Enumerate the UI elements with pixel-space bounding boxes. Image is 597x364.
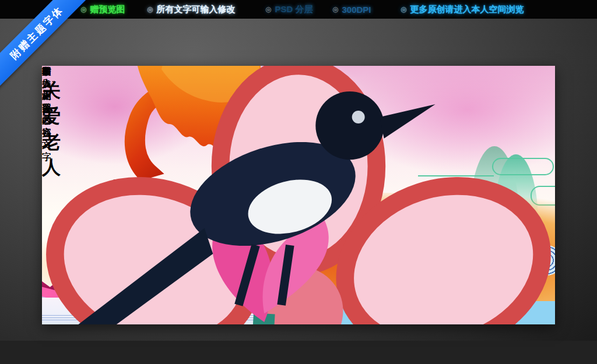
promo-item-editable-text: ◎ 所有文字可输入修改 [147,3,235,15]
promo-item-300dpi: ◎ 300DPI [332,3,371,15]
promo-label: 300DPI [342,5,371,15]
corner-ribbon-wrap: 附赠主题字体 [0,0,99,99]
promo-label: 所有文字可输入修改 [156,4,235,15]
promo-item-more-originals[interactable]: ◎ 更多原创请进入本人空间浏览 [401,3,524,15]
magpie-bird-illustration [42,66,555,324]
bullet-icon: ◎ [265,5,271,13]
ribbon-label: 附赠主题字体 [7,3,66,62]
bullet-icon: ◎ [332,5,338,13]
promo-label: PSD 分层 [275,4,312,15]
screenshot-root: ◎ 赠预览图 ◎ 所有文字可输入修改 ◎ PSD 分层 ◎ 300DPI ◎ 更… [0,0,597,364]
promo-item-psd-layers: ◎ PSD 分层 [265,3,313,15]
bonus-font-ribbon: 附赠主题字体 [0,0,97,93]
promo-label: 更多原创请进入本人空间浏览 [410,4,524,15]
bullet-icon: ◎ [147,5,153,13]
poster-image[interactable]: 关爱老人 修 改 文 案 输入内容 替换文字 广告词语 / ···· 输入文字替… [42,66,555,324]
bullet-icon: ◎ [401,5,406,13]
